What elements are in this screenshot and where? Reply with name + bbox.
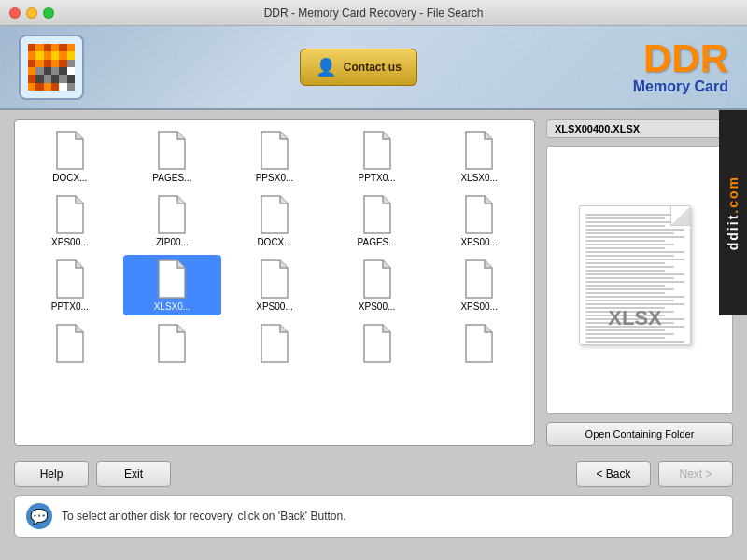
brand-ddr: DDR (633, 39, 728, 78)
file-item[interactable]: XPS00... (225, 255, 324, 315)
file-label: PAGES... (358, 237, 397, 247)
preview-line (585, 341, 684, 343)
preview-page: XLSX (579, 205, 691, 345)
preview-line (585, 300, 674, 301)
file-label: XLSX0... (460, 173, 497, 183)
file-label: DOCX... (257, 237, 291, 247)
file-label: PPSX0... (256, 173, 294, 183)
file-item[interactable]: PAGES... (328, 190, 427, 251)
file-icon (360, 259, 394, 300)
file-grid-panel[interactable]: DOCX... PAGES... PPSX0... PPTX0... XLSX0… (14, 119, 535, 446)
file-icon (155, 130, 189, 171)
title-bar: DDR - Memory Card Recovery - File Search (0, 0, 747, 26)
file-label: XPS00... (256, 301, 292, 312)
file-item[interactable]: XPS00... (430, 190, 529, 251)
status-bar: 💬 To select another disk for recovery, c… (14, 495, 733, 538)
preview-line (585, 214, 684, 216)
file-icon (462, 259, 496, 300)
file-item[interactable]: PPSX0... (225, 126, 324, 187)
file-item[interactable]: PPTX0... (21, 255, 120, 315)
file-item[interactable] (328, 319, 427, 370)
file-icon (462, 194, 496, 235)
preview-line (585, 217, 665, 219)
contact-icon: 👤 (316, 57, 336, 77)
logo-icon (28, 44, 75, 91)
side-banner-text: ddiit.com (726, 175, 740, 250)
preview-line (585, 285, 665, 287)
preview-line (585, 277, 674, 279)
brand: DDR Memory Card (633, 39, 728, 95)
preview-filename: XLSX00400.XLSX (546, 119, 733, 138)
preview-file-type: XLSX (580, 306, 690, 330)
file-item[interactable] (430, 319, 529, 370)
file-item[interactable] (225, 319, 324, 370)
file-icon (258, 194, 291, 235)
file-label: XPS00... (359, 301, 395, 312)
preview-line (585, 255, 674, 257)
close-button[interactable] (9, 7, 21, 19)
preview-line (585, 281, 684, 283)
file-item[interactable]: XPS00... (430, 255, 529, 315)
file-label: PPTX0... (51, 301, 89, 312)
preview-line (585, 247, 665, 249)
file-icon (360, 130, 394, 171)
preview-panel: XLSX00400.XLSX (546, 119, 733, 446)
preview-line (585, 288, 674, 290)
preview-line (585, 221, 674, 223)
window-controls[interactable] (9, 7, 54, 19)
minimize-button[interactable] (26, 7, 37, 19)
file-label: ZIP00... (156, 237, 189, 247)
file-icon (155, 194, 189, 235)
file-item[interactable]: PPTX0... (328, 126, 427, 187)
nav-buttons: Help Exit < Back Next > (14, 461, 733, 487)
status-message: To select another disk for recovery, cli… (62, 510, 346, 523)
file-item[interactable]: XPS00... (328, 255, 427, 315)
preview-line (585, 262, 665, 264)
file-item[interactable] (21, 319, 120, 370)
contact-label: Contact us (344, 61, 402, 74)
brand-sub: Memory Card (633, 78, 728, 95)
side-banner: ddiit.com (719, 110, 747, 315)
file-item[interactable]: XLSX0... (123, 255, 222, 315)
file-label: XPS00... (51, 237, 88, 247)
file-item[interactable]: DOCX... (225, 190, 324, 251)
file-label: PAGES... (152, 173, 191, 183)
preview-xlsx-icon: XLSX (579, 205, 700, 355)
preview-line (585, 273, 684, 275)
file-item[interactable]: XPS00... (21, 190, 120, 251)
file-icon (53, 130, 87, 171)
preview-line (585, 344, 674, 345)
file-icon (53, 323, 87, 364)
file-item[interactable]: XLSX0... (430, 126, 529, 187)
file-item[interactable]: ZIP00... (123, 190, 222, 251)
file-icon (53, 259, 87, 300)
file-icon (53, 194, 87, 235)
preview-line (585, 229, 684, 231)
back-button[interactable]: < Back (576, 461, 651, 487)
file-item[interactable]: PAGES... (123, 126, 222, 187)
preview-line (585, 333, 674, 335)
preview-line (585, 303, 684, 305)
file-item[interactable] (123, 319, 222, 370)
preview-line (585, 337, 665, 339)
file-icon (155, 323, 189, 364)
open-folder-button[interactable]: Open Containing Folder (546, 422, 733, 446)
file-label: XPS00... (460, 301, 497, 312)
help-button[interactable]: Help (14, 461, 89, 487)
preview-line (585, 225, 665, 227)
file-icon (462, 130, 496, 171)
preview-line (585, 292, 665, 294)
exit-button[interactable]: Exit (96, 461, 171, 487)
nav-left: Help Exit (14, 461, 171, 487)
bottom-area: Help Exit < Back Next > 💬 To select anot… (0, 455, 747, 545)
file-icon (258, 323, 291, 364)
file-icon (360, 194, 394, 235)
file-item[interactable]: DOCX... (21, 126, 120, 187)
preview-line (585, 251, 684, 253)
file-icon (258, 130, 291, 171)
contact-button[interactable]: 👤 Contact us (300, 49, 417, 86)
preview-line (585, 259, 684, 260)
nav-right: < Back Next > (576, 461, 733, 487)
maximize-button[interactable] (43, 7, 54, 19)
next-button[interactable]: Next > (658, 461, 733, 487)
